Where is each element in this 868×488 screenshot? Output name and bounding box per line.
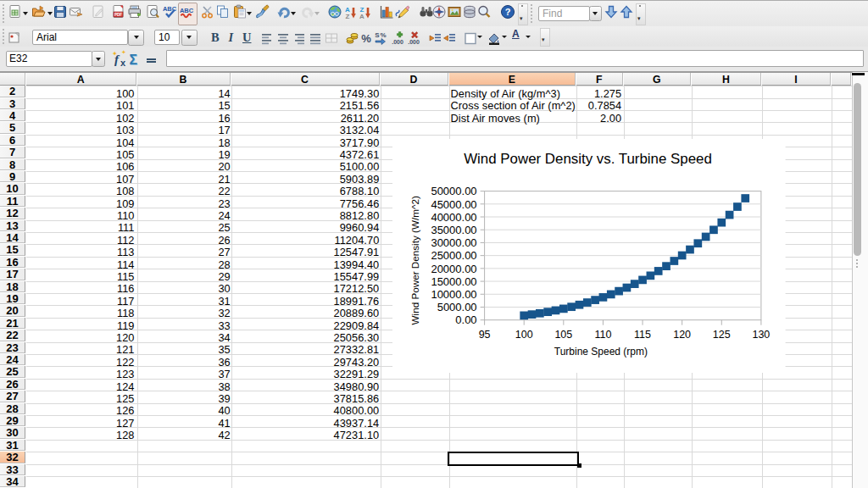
svg-text:PDF: PDF — [114, 13, 122, 17]
svg-text:.000: .000 — [408, 39, 420, 45]
svg-text:Turbine Speed (rpm): Turbine Speed (rpm) — [554, 345, 648, 357]
svg-text:105: 105 — [555, 329, 573, 341]
svg-text:120: 120 — [674, 329, 692, 341]
svg-text:15000.00: 15000.00 — [431, 274, 477, 287]
svg-text:45000.00: 45000.00 — [431, 197, 477, 210]
svg-text:ABC: ABC — [163, 5, 177, 13]
svg-text:125: 125 — [713, 329, 731, 341]
svg-text:Wind Power Density vs. Turbine: Wind Power Density vs. Turbine Speed — [465, 151, 713, 167]
svg-text:.000: .000 — [392, 39, 403, 45]
svg-text:115: 115 — [634, 329, 651, 341]
svg-text:?: ? — [505, 7, 511, 17]
svg-text:30000.00: 30000.00 — [431, 236, 477, 249]
svg-text:25000.00: 25000.00 — [431, 249, 477, 262]
svg-text:10000.00: 10000.00 — [431, 288, 477, 301]
svg-text:100: 100 — [515, 329, 533, 341]
svg-text:35000.00: 35000.00 — [431, 224, 477, 236]
svg-text:110: 110 — [595, 329, 612, 341]
svg-text:%: % — [361, 32, 371, 45]
svg-text:40000.00: 40000.00 — [431, 210, 477, 223]
svg-text:0.00: 0.00 — [456, 313, 477, 326]
svg-text:5000.00: 5000.00 — [437, 301, 477, 313]
svg-text:S: S — [375, 31, 380, 39]
svg-text:95: 95 — [479, 329, 491, 341]
svg-text:50000.00: 50000.00 — [431, 185, 477, 197]
svg-text:20000.00: 20000.00 — [431, 262, 477, 274]
svg-text:%: % — [380, 31, 386, 39]
svg-text:ABC: ABC — [180, 7, 194, 14]
svg-text:130: 130 — [753, 329, 771, 341]
svg-text:A: A — [359, 13, 364, 20]
svg-text:Wind Power Density (W/m^2): Wind Power Density (W/m^2) — [409, 196, 420, 324]
svg-text:Z: Z — [346, 13, 350, 20]
